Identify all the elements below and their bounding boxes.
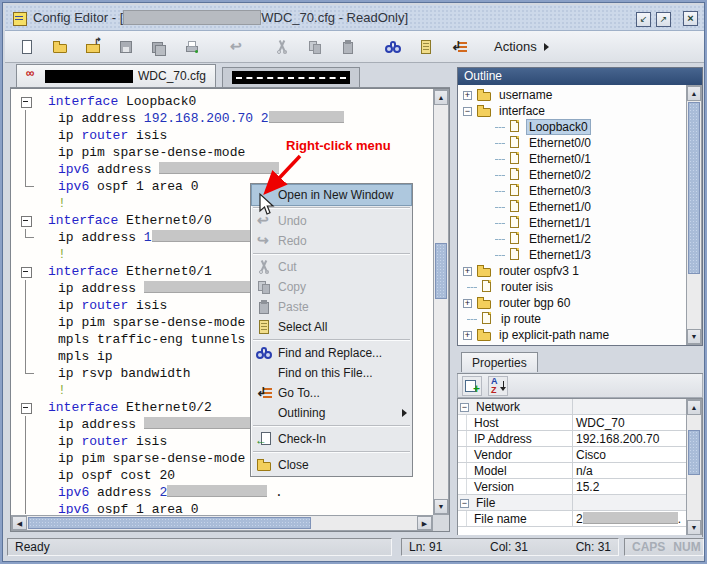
editor-line-2[interactable]: ip address 192.168.200.70 2 xyxy=(14,110,432,127)
outline-item-label: Ethernet1/0 xyxy=(527,200,593,214)
scrollbar-thumb[interactable] xyxy=(688,430,700,475)
scroll-down-icon[interactable]: ▼ xyxy=(687,329,701,344)
outline-item-ethernet0-1[interactable]: Ethernet0/1 xyxy=(458,151,686,167)
save-all-button[interactable] xyxy=(147,35,171,59)
scroll-up-icon[interactable]: ▲ xyxy=(434,90,448,105)
menu-item-outlining[interactable]: Outlining xyxy=(252,403,411,423)
editor-line-5[interactable]: ipv6 address xyxy=(14,161,432,178)
outline-item-interface[interactable]: −interface xyxy=(458,103,686,119)
outline-item-username[interactable]: +username xyxy=(458,87,686,103)
undo-button[interactable] xyxy=(225,35,249,59)
scroll-up-icon[interactable]: ▲ xyxy=(687,86,701,101)
collapse-minus-icon[interactable]: − xyxy=(460,499,469,508)
menu-item-cut[interactable]: Cut xyxy=(252,257,411,277)
outline-item-ethernet0-3[interactable]: Ethernet0/3 xyxy=(458,183,686,199)
property-row-host[interactable]: HostWDC_70 xyxy=(458,415,686,431)
property-row-ip-address[interactable]: IP Address192.168.200.70 xyxy=(458,431,686,447)
outline-scrollbar[interactable]: ▲ ▼ xyxy=(686,85,702,345)
scroll-down-icon[interactable]: ▼ xyxy=(687,520,701,535)
close-button[interactable]: × xyxy=(683,11,698,26)
property-row-model[interactable]: Modeln/a xyxy=(458,463,686,479)
editor-vertical-scrollbar[interactable]: ▲ ▼ xyxy=(433,89,449,515)
doc-icon xyxy=(508,136,522,150)
fold-collapse-icon[interactable] xyxy=(14,399,38,416)
scroll-left-icon[interactable]: ◀ xyxy=(12,516,27,530)
fold-guide xyxy=(14,382,38,399)
outline-item-loopback0[interactable]: Loopback0 xyxy=(458,119,686,135)
outline-item-ethernet0-0[interactable]: Ethernet0/0 xyxy=(458,135,686,151)
tree-guide xyxy=(495,207,505,208)
expand-plus-icon[interactable]: + xyxy=(463,91,472,100)
scroll-right-icon[interactable]: ▶ xyxy=(417,516,432,530)
print-button[interactable] xyxy=(180,35,204,59)
save-button[interactable] xyxy=(114,35,138,59)
scrollbar-corner xyxy=(433,515,449,531)
outline-item-ethernet0-2[interactable]: Ethernet0/2 xyxy=(458,167,686,183)
open-file-button[interactable] xyxy=(48,35,72,59)
menu-item-go-to[interactable]: Go To... xyxy=(252,383,411,403)
property-row-file-name[interactable]: File name2. xyxy=(458,511,686,527)
outline-item-ip-explicit-path-name[interactable]: +ip explicit-path name xyxy=(458,327,686,343)
copy-icon xyxy=(307,39,323,55)
menu-item-redo[interactable]: Redo xyxy=(252,231,411,251)
expand-plus-icon[interactable]: + xyxy=(463,267,472,276)
outline-item-router-bgp-60[interactable]: +router bgp 60 xyxy=(458,295,686,311)
editor-line-1[interactable]: interface Loopback0 xyxy=(14,93,432,110)
checkin-icon xyxy=(256,431,272,447)
goto-icon xyxy=(256,385,272,401)
actions-menu[interactable]: Actions xyxy=(494,39,549,54)
tab-wdc-70-cfg[interactable]: WDC_70.cfg xyxy=(16,64,216,87)
menu-item-find-on-this-file[interactable]: Find on this File... xyxy=(252,363,411,383)
menu-item-copy[interactable]: Copy xyxy=(252,277,411,297)
doc-icon xyxy=(508,184,522,198)
new-file-button[interactable] xyxy=(15,35,39,59)
fold-collapse-icon[interactable] xyxy=(14,93,38,110)
outline-item-ethernet1-1[interactable]: Ethernet1/1 xyxy=(458,215,686,231)
scrollbar-thumb[interactable] xyxy=(28,517,311,529)
collapse-minus-icon[interactable]: − xyxy=(463,107,472,116)
find-button[interactable] xyxy=(381,35,405,59)
scrollbar-thumb[interactable] xyxy=(688,102,700,274)
grid-plus-button[interactable] xyxy=(462,376,482,396)
property-row-network[interactable]: −Network xyxy=(458,399,686,415)
go-to-button[interactable] xyxy=(447,35,471,59)
editor-line-24[interactable]: ipv6 address 2 . xyxy=(14,484,432,501)
editor-tab-bar: WDC_70.cfg xyxy=(10,64,450,88)
menu-item-check-in[interactable]: Check-In xyxy=(252,429,411,449)
property-row-vendor[interactable]: VendorCisco xyxy=(458,447,686,463)
menu-item-select-all[interactable]: Select All xyxy=(252,317,411,337)
tab-redacted[interactable] xyxy=(222,67,360,87)
scrollbar-thumb[interactable] xyxy=(435,243,447,299)
property-row-file[interactable]: −File xyxy=(458,495,686,511)
close-folder-button[interactable] xyxy=(81,35,105,59)
editor-line-25[interactable]: ipv6 ospf 1 area 0 xyxy=(14,501,432,514)
select-all-button[interactable] xyxy=(414,35,438,59)
editor-horizontal-scrollbar[interactable]: ◀ ▶ xyxy=(11,515,433,531)
outline-item-ethernet1-0[interactable]: Ethernet1/0 xyxy=(458,199,686,215)
fold-collapse-icon[interactable] xyxy=(14,263,38,280)
expand-plus-icon[interactable]: + xyxy=(463,331,472,340)
tab-properties[interactable]: Properties xyxy=(461,352,538,372)
collapse-minus-icon[interactable]: − xyxy=(460,403,469,412)
properties-scrollbar[interactable]: ▲ ▼ xyxy=(686,399,702,536)
minimize-button[interactable]: ↙ xyxy=(636,12,651,27)
copy-button[interactable] xyxy=(303,35,327,59)
title-bar[interactable]: Config Editor - [WDC_70.cfg - ReadOnly] … xyxy=(5,5,704,31)
outline-item-router-isis[interactable]: router isis xyxy=(458,279,686,295)
menu-item-paste[interactable]: Paste xyxy=(252,297,411,317)
fold-collapse-icon[interactable] xyxy=(14,212,38,229)
maximize-button[interactable]: ↗ xyxy=(656,12,671,27)
menu-item-find-and-replace[interactable]: Find and Replace... xyxy=(252,343,411,363)
outline-item-ethernet1-2[interactable]: Ethernet1/2 xyxy=(458,231,686,247)
outline-item-ethernet1-3[interactable]: Ethernet1/3 xyxy=(458,247,686,263)
scroll-up-icon[interactable]: ▲ xyxy=(687,400,701,415)
cut-button[interactable] xyxy=(270,35,294,59)
expand-plus-icon[interactable]: + xyxy=(463,299,472,308)
scroll-down-icon[interactable]: ▼ xyxy=(434,499,448,514)
outline-item-ip-route[interactable]: ip route xyxy=(458,311,686,327)
menu-item-close[interactable]: Close xyxy=(252,455,411,475)
outline-item-router-ospfv3-1[interactable]: +router ospfv3 1 xyxy=(458,263,686,279)
paste-button[interactable] xyxy=(336,35,360,59)
sort-az-button[interactable] xyxy=(488,376,508,396)
property-row-version[interactable]: Version15.2 xyxy=(458,479,686,495)
